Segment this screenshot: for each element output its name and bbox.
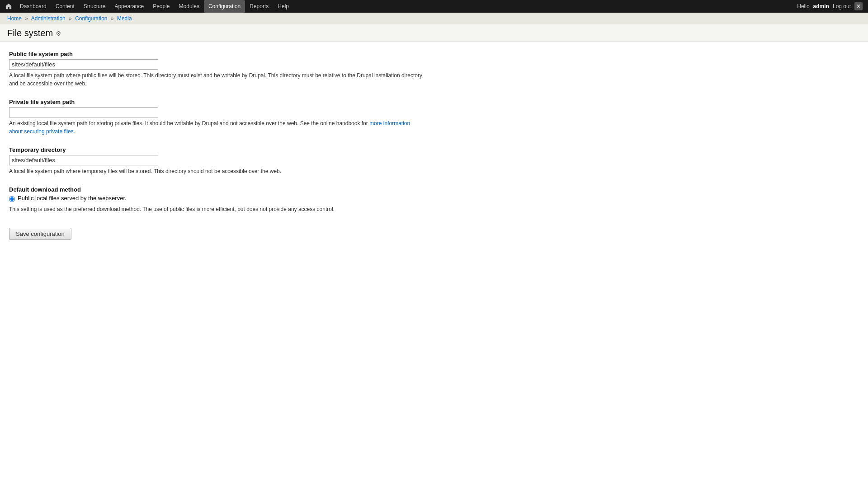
page-title: File system (7, 28, 53, 38)
private-path-input[interactable] (9, 107, 158, 117)
breadcrumb-home[interactable]: Home (7, 15, 22, 22)
public-path-description: A local file system path where public fi… (9, 71, 425, 88)
breadcrumb-configuration[interactable]: Configuration (75, 15, 107, 22)
nav-item-modules[interactable]: Modules (175, 0, 204, 13)
download-method-option-public: Public local files served by the webserv… (9, 195, 859, 203)
logout-link[interactable]: Log out (833, 3, 851, 9)
admin-name: admin (813, 3, 829, 9)
private-path-desc-after: . (74, 128, 75, 135)
main-content: Public file system path A local file sys… (0, 42, 868, 249)
temp-directory-section: Temporary directory A local file system … (9, 146, 859, 175)
download-public-radio[interactable] (9, 196, 15, 202)
nav-item-people[interactable]: People (148, 0, 174, 13)
save-configuration-button[interactable]: Save configuration (9, 228, 71, 240)
private-path-desc-before: An existing local file system path for s… (9, 120, 368, 127)
public-path-input[interactable] (9, 59, 158, 70)
hello-text: Hello (797, 3, 809, 9)
private-path-section: Private file system path An existing loc… (9, 99, 859, 136)
temp-directory-input[interactable] (9, 155, 158, 165)
download-method-section: Default download method Public local fil… (9, 186, 859, 213)
public-path-section: Public file system path A local file sys… (9, 51, 859, 88)
breadcrumb-administration[interactable]: Administration (31, 15, 66, 22)
public-path-label: Public file system path (9, 51, 859, 57)
download-method-description: This setting is used as the preferred do… (9, 205, 425, 213)
nav-item-structure[interactable]: Structure (79, 0, 110, 13)
page-header: File system ⚙ (0, 24, 868, 42)
download-method-label: Default download method (9, 186, 859, 193)
nav-item-reports[interactable]: Reports (245, 0, 273, 13)
breadcrumb-sep-1: » (25, 15, 28, 22)
navbar: Dashboard Content Structure Appearance P… (0, 0, 868, 13)
breadcrumb-media[interactable]: Media (117, 15, 132, 22)
breadcrumb: Home » Administration » Configuration » … (0, 13, 868, 24)
close-button[interactable]: ✕ (854, 2, 863, 10)
download-public-label[interactable]: Public local files served by the webserv… (18, 195, 127, 202)
temp-directory-label: Temporary directory (9, 146, 859, 153)
temp-directory-description: A local file system path where temporary… (9, 167, 425, 175)
nav-home[interactable] (2, 3, 15, 9)
breadcrumb-sep-2: » (69, 15, 72, 22)
nav-user-area: Hello admin Log out ✕ (797, 2, 866, 10)
home-icon (5, 3, 12, 9)
nav-item-help[interactable]: Help (273, 0, 293, 13)
nav-item-appearance[interactable]: Appearance (110, 0, 148, 13)
nav-item-content[interactable]: Content (51, 0, 79, 13)
private-path-label: Private file system path (9, 99, 859, 105)
private-path-description: An existing local file system path for s… (9, 119, 425, 136)
nav-item-configuration[interactable]: Configuration (204, 0, 245, 13)
nav-item-dashboard[interactable]: Dashboard (15, 0, 51, 13)
gear-icon[interactable]: ⚙ (56, 30, 61, 37)
breadcrumb-sep-3: » (111, 15, 114, 22)
